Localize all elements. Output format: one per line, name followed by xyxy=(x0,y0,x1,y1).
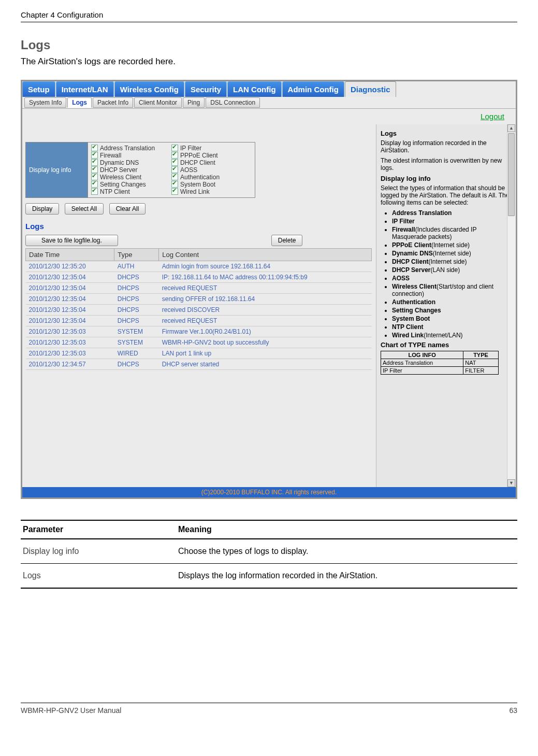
help-list-item: Setting Changes xyxy=(392,307,512,314)
copyright-bar: (C)2000-2010 BUFFALO INC. All rights res… xyxy=(22,487,516,497)
param-name: Logs xyxy=(21,564,176,589)
subtab-dsl-connection[interactable]: DSL Connection xyxy=(206,97,260,108)
log-datetime: 2010/12/30 12:35:04 xyxy=(26,283,114,294)
chart-type-heading: Chart of TYPE names xyxy=(381,341,512,349)
help-list-item: PPPoE Client(Internet side) xyxy=(392,241,512,249)
logs-heading: Logs xyxy=(25,222,372,231)
param-row: Display log infoChoose the types of logs… xyxy=(21,539,517,564)
subtab-ping[interactable]: Ping xyxy=(183,97,205,108)
log-type: SYSTEM xyxy=(114,337,159,348)
table-row: 2010/12/30 12:35:04DHCPSreceived REQUEST xyxy=(26,316,372,326)
help-list-item: NTP Client xyxy=(392,323,512,331)
main-tabs: Setup Internet/LAN Wireless Config Secur… xyxy=(22,81,516,97)
log-col-content: Log Content xyxy=(159,249,372,261)
tab-security[interactable]: Security xyxy=(185,81,227,97)
table-row: 2010/12/30 12:35:04DHCPSsending OFFER of… xyxy=(26,294,372,305)
help-list-item: System Boot xyxy=(392,315,512,322)
chart-col-type: TYPE xyxy=(463,351,498,359)
log-content: Firmware Ver.1.00(R0.24/B1.01) xyxy=(159,326,372,337)
log-type: DHCPS xyxy=(114,305,159,316)
help-list-item: Dynamic DNS(Internet side) xyxy=(392,250,512,257)
help-logs-p2: The oldest information is overwritten by… xyxy=(381,157,512,172)
clear-all-button[interactable]: Clear All xyxy=(109,203,146,215)
save-delete-row: Save to file logfile.log. Delete xyxy=(25,235,372,246)
log-type: AUTH xyxy=(114,261,159,272)
log-col-datetime: Date Time xyxy=(26,249,114,261)
log-col-type: Type xyxy=(114,249,159,261)
delete-button[interactable]: Delete xyxy=(271,235,303,246)
tab-lan-config[interactable]: LAN Config xyxy=(227,81,281,97)
logout-row: Logout xyxy=(22,109,516,124)
display-log-info-table: Display log info Address Translation Fir… xyxy=(25,142,255,198)
content-row: Display log info Address Translation Fir… xyxy=(22,124,516,487)
tab-diagnostic[interactable]: Diagnostic xyxy=(345,81,396,97)
help-list-item: Wireless Client(Start/stop and client co… xyxy=(392,283,512,297)
log-type: DHCPS xyxy=(114,283,159,294)
subtab-packet-info[interactable]: Packet Info xyxy=(93,97,133,108)
subtab-logs[interactable]: Logs xyxy=(67,97,92,108)
save-to-file-button[interactable]: Save to file logfile.log. xyxy=(25,235,118,246)
tab-internet-lan[interactable]: Internet/LAN xyxy=(56,81,114,97)
help-list-item: DHCP Server(LAN side) xyxy=(392,266,512,274)
table-row: 2010/12/30 12:35:03SYSTEMFirmware Ver.1.… xyxy=(26,326,372,337)
chapter-title: Chapter 4 Configuration xyxy=(21,10,103,19)
log-datetime: 2010/12/30 12:35:04 xyxy=(26,305,114,316)
help-list-item: Authentication xyxy=(392,298,512,306)
log-type: DHCPS xyxy=(114,316,159,326)
section-intro: The AirStation's logs are recorded here. xyxy=(21,56,517,67)
logout-link[interactable]: Logout xyxy=(481,112,504,121)
log-datetime: 2010/12/30 12:34:57 xyxy=(26,359,114,370)
button-row: Display Select All Clear All xyxy=(25,203,372,215)
help-display-log-heading: Display log info xyxy=(381,175,512,182)
table-row: 2010/12/30 12:35:20AUTHAdmin login from … xyxy=(26,261,372,272)
log-content: Admin login from source 192.168.11.64 xyxy=(159,261,372,272)
log-datetime: 2010/12/30 12:35:03 xyxy=(26,337,114,348)
table-row: 2010/12/30 12:35:03SYSTEMWBMR-HP-GNV2 bo… xyxy=(26,337,372,348)
log-content: WBMR-HP-GNV2 boot up successfully xyxy=(159,337,372,348)
param-header-parameter: Parameter xyxy=(21,520,176,539)
log-content: IP: 192.168.11.64 to MAC address 00:11:0… xyxy=(159,272,372,283)
help-list-item: AOSS xyxy=(392,275,512,282)
admin-screenshot: Setup Internet/LAN Wireless Config Secur… xyxy=(21,80,517,499)
page-number: 63 xyxy=(509,706,517,715)
help-logs-p1: Display log information recorded in the … xyxy=(381,139,512,154)
scroll-down-icon[interactable]: ▼ xyxy=(507,479,515,487)
checkbox-ntp-client[interactable] xyxy=(91,188,98,195)
log-type: WIRED xyxy=(114,348,159,359)
log-datetime: 2010/12/30 12:35:04 xyxy=(26,272,114,283)
log-content: received DISCOVER xyxy=(159,305,372,316)
help-logs-heading: Logs xyxy=(381,130,512,137)
log-content: LAN port 1 link up xyxy=(159,348,372,359)
tab-setup[interactable]: Setup xyxy=(22,81,55,97)
chart-col-loginfo: LOG INFO xyxy=(381,351,463,359)
help-list-item: DHCP Client(Internet side) xyxy=(392,258,512,265)
tab-admin-config[interactable]: Admin Config xyxy=(282,81,344,97)
page-header: Chapter 4 Configuration xyxy=(21,10,517,22)
log-content: received REQUEST xyxy=(159,283,372,294)
help-list-item: IP Filter xyxy=(392,218,512,225)
left-pane: Display log info Address Translation Fir… xyxy=(22,124,376,487)
log-type: DHCPS xyxy=(114,359,159,370)
log-table: Date Time Type Log Content 2010/12/30 12… xyxy=(25,248,372,370)
help-list: Address TranslationIP FilterFirewall(Inc… xyxy=(381,209,512,339)
subtab-client-monitor[interactable]: Client Monitor xyxy=(134,97,182,108)
log-type: DHCPS xyxy=(114,294,159,305)
subtab-system-info[interactable]: System Info xyxy=(24,97,66,108)
scroll-up-icon[interactable]: ▲ xyxy=(507,124,515,132)
select-all-button[interactable]: Select All xyxy=(65,203,104,215)
checkbox-wired-link[interactable] xyxy=(171,188,178,195)
param-name: Display log info xyxy=(21,539,176,564)
display-button[interactable]: Display xyxy=(25,203,59,215)
param-meaning: Choose the types of logs to display. xyxy=(176,539,517,564)
tab-wireless-config[interactable]: Wireless Config xyxy=(114,81,184,97)
log-datetime: 2010/12/30 12:35:20 xyxy=(26,261,114,272)
scroll-thumb[interactable] xyxy=(508,133,515,216)
page-footer: WBMR-HP-GNV2 User Manual 63 xyxy=(21,703,517,715)
log-datetime: 2010/12/30 12:35:03 xyxy=(26,326,114,337)
log-content: sending OFFER of 192.168.11.64 xyxy=(159,294,372,305)
chart-row: IP FilterFILTER xyxy=(381,367,499,375)
log-type: SYSTEM xyxy=(114,326,159,337)
log-datetime: 2010/12/30 12:35:04 xyxy=(26,294,114,305)
scrollbar[interactable]: ▲ ▼ xyxy=(507,124,516,487)
log-datetime: 2010/12/30 12:35:04 xyxy=(26,316,114,326)
